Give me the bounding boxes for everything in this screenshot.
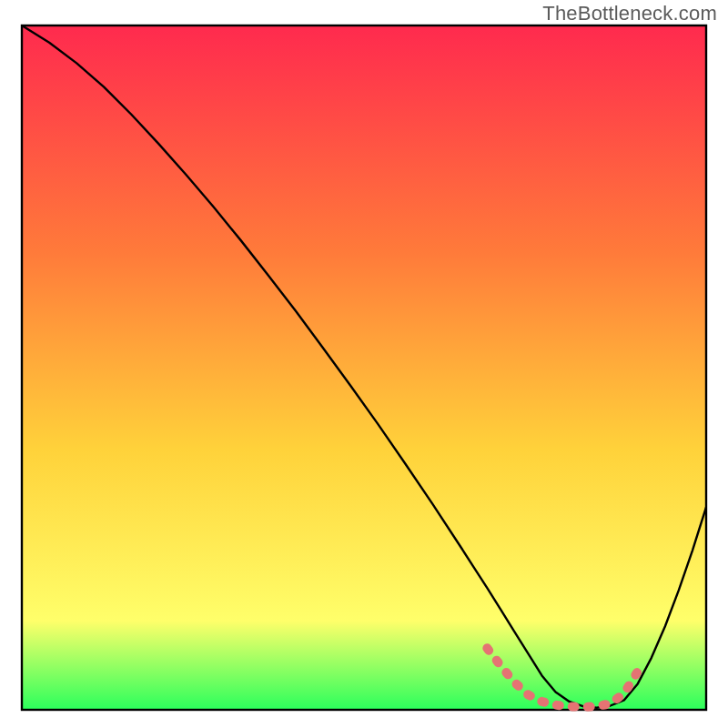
chart-plot: [0, 0, 728, 728]
watermark-text: TheBottleneck.com: [542, 2, 717, 25]
plot-background: [22, 25, 706, 710]
chart-container: TheBottleneck.com: [0, 0, 728, 728]
